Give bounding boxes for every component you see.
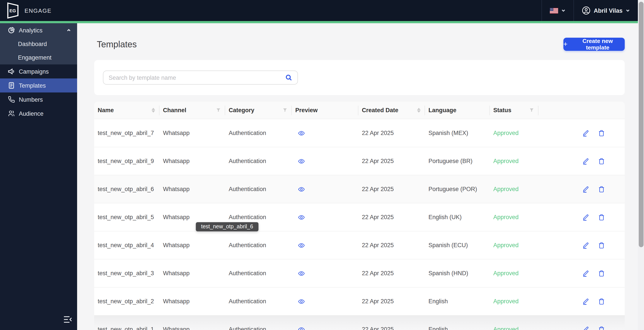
user-avatar-icon	[582, 6, 590, 15]
cell-language: Spanish (MEX)	[425, 119, 490, 147]
brand-name: ENGAGE	[24, 7, 52, 14]
create-new-template-button[interactable]: + Create new template	[564, 38, 625, 51]
scrollbar-thumb[interactable]	[638, 2, 643, 247]
table-row[interactable]: test_new_otp_abril_9 Whatsapp Authentica…	[94, 147, 625, 175]
sidebar-item-numbers[interactable]: Numbers	[0, 92, 77, 106]
delete-icon[interactable]	[598, 298, 605, 305]
column-header-channel[interactable]: Channel	[160, 102, 225, 119]
cell-actions	[538, 119, 625, 147]
cell-name: test_new_otp_abril_3	[94, 260, 160, 287]
analytics-group: Analytics Dashboard Engagement	[0, 23, 77, 64]
cell-created-date: 22 Apr 2025	[358, 232, 425, 259]
locale-switcher[interactable]	[542, 0, 574, 21]
edit-icon[interactable]	[582, 158, 589, 164]
sidebar-item-templates[interactable]: Templates	[0, 78, 77, 92]
column-label: Language	[428, 107, 456, 114]
cell-name: test_new_otp_abril_2	[94, 288, 160, 315]
delete-icon[interactable]	[598, 130, 605, 136]
search-icon[interactable]	[285, 74, 292, 81]
filter-icon[interactable]	[282, 108, 288, 113]
column-header-name[interactable]: Name	[94, 102, 160, 119]
chevron-down-icon	[626, 8, 630, 13]
sidebar-item-dashboard[interactable]: Dashboard	[0, 37, 77, 51]
column-header-language: Language	[425, 102, 490, 119]
delete-icon[interactable]	[598, 270, 605, 277]
filter-icon[interactable]	[216, 108, 221, 113]
table-row[interactable]: test_new_otp_abril_1 Whatsapp Authentica…	[94, 316, 625, 330]
cell-actions	[538, 288, 625, 315]
file-text-icon	[8, 82, 15, 89]
edit-icon[interactable]	[582, 214, 589, 221]
cell-category: Authentication	[225, 119, 292, 147]
column-header-status[interactable]: Status	[490, 102, 538, 119]
edit-icon[interactable]	[582, 130, 589, 136]
sorter-icon[interactable]	[152, 108, 155, 113]
status-badge: Approved	[490, 119, 538, 147]
cell-preview	[292, 316, 358, 330]
edit-icon[interactable]	[582, 242, 589, 249]
sidebar-item-campaigns[interactable]: Campaigns	[0, 64, 77, 78]
cell-category: Authentication	[225, 232, 292, 259]
page-scrollbar[interactable]	[638, 0, 644, 330]
delete-icon[interactable]	[598, 214, 605, 221]
preview-eye-icon[interactable]	[298, 130, 305, 136]
cell-language: Spanish (HND)	[425, 260, 490, 287]
column-header-category[interactable]: Category	[225, 102, 292, 119]
edit-icon[interactable]	[582, 326, 589, 330]
sidebar-collapse-button[interactable]	[63, 315, 73, 324]
status-badge: Approved	[490, 203, 538, 231]
cell-channel: Whatsapp	[160, 260, 225, 287]
cell-name: test_new_otp_abril_5	[94, 203, 160, 231]
table-row[interactable]: test_new_otp_abril_7 Whatsapp Authentica…	[94, 119, 625, 147]
delete-icon[interactable]	[598, 242, 605, 249]
preview-eye-icon[interactable]	[298, 186, 305, 192]
table-row[interactable]: test_new_otp_abril_3 Whatsapp Authentica…	[94, 260, 625, 288]
table-row[interactable]: test_new_otp_abril_6 Whatsapp Authentica…	[94, 175, 625, 203]
edit-icon[interactable]	[582, 298, 589, 305]
sidebar-item-audience[interactable]: Audience	[0, 106, 77, 120]
cell-channel: Whatsapp	[160, 119, 225, 147]
preview-eye-icon[interactable]	[298, 326, 305, 330]
cell-category: Authentication	[225, 175, 292, 203]
brand: EG ENGAGE	[0, 2, 52, 19]
status-badge: Approved	[490, 288, 538, 315]
cell-preview	[292, 288, 358, 315]
cell-language: Portuguese (POR)	[425, 175, 490, 203]
cell-created-date: 22 Apr 2025	[358, 203, 425, 231]
preview-eye-icon[interactable]	[298, 270, 305, 277]
search-input[interactable]	[104, 74, 285, 81]
cell-created-date: 22 Apr 2025	[358, 260, 425, 287]
preview-eye-icon[interactable]	[298, 298, 305, 305]
user-name: Abril Vilas	[594, 7, 622, 14]
table-row[interactable]: test_new_otp_abril_2 Whatsapp Authentica…	[94, 288, 625, 316]
table-row[interactable]: test_new_otp_abril_5 Whatsapp Authentica…	[94, 203, 625, 232]
filter-icon[interactable]	[529, 108, 534, 113]
cell-category: Authentication	[225, 288, 292, 315]
delete-icon[interactable]	[598, 158, 605, 164]
delete-icon[interactable]	[598, 326, 605, 330]
sidebar-item-label: Engagement	[18, 54, 52, 61]
cell-category: Authentication	[225, 147, 292, 175]
logo-text: EG	[10, 8, 16, 13]
preview-eye-icon[interactable]	[298, 214, 305, 221]
sorter-icon[interactable]	[417, 108, 420, 113]
sidebar-item-label: Numbers	[19, 96, 43, 103]
delete-icon[interactable]	[598, 186, 605, 192]
cell-actions	[538, 260, 625, 287]
preview-eye-icon[interactable]	[298, 158, 305, 164]
sidebar-item-engagement[interactable]: Engagement	[0, 51, 77, 64]
column-header-created-date[interactable]: Created Date	[358, 102, 425, 119]
sidebar-item-analytics[interactable]: Analytics	[0, 23, 77, 37]
chevron-up-icon	[66, 28, 71, 32]
column-label: Created Date	[362, 107, 398, 114]
edit-icon[interactable]	[582, 186, 589, 192]
table-row[interactable]: test_new_otp_abril_4 Whatsapp Authentica…	[94, 232, 625, 260]
edit-icon[interactable]	[582, 270, 589, 277]
user-menu[interactable]: Abril Vilas	[574, 0, 638, 21]
cell-channel: Whatsapp	[160, 232, 225, 259]
cell-channel: Whatsapp	[160, 316, 225, 330]
sidebar: Analytics Dashboard Engagement Campaigns	[0, 23, 77, 330]
preview-eye-icon[interactable]	[298, 242, 305, 249]
table-body: test_new_otp_abril_7 Whatsapp Authentica…	[94, 119, 625, 330]
status-badge: Approved	[490, 260, 538, 287]
